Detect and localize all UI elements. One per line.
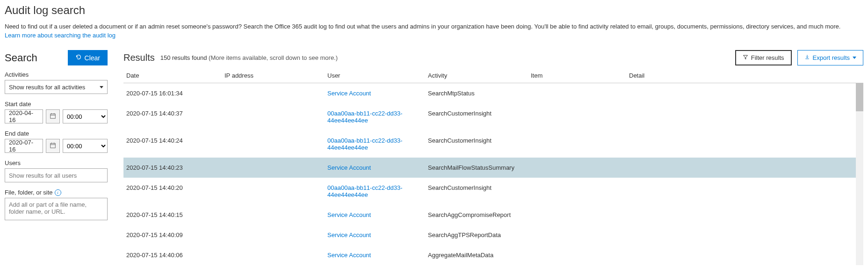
cell-item — [531, 137, 629, 151]
export-results-button[interactable]: Export results — [797, 50, 863, 65]
start-date-label: Start date — [5, 101, 108, 108]
clear-button[interactable]: Clear — [68, 50, 108, 65]
users-field[interactable] — [9, 172, 103, 179]
col-header-user[interactable]: User — [327, 72, 428, 79]
user-link[interactable]: Service Account — [327, 252, 371, 259]
cell-ip — [224, 211, 327, 218]
table-row[interactable]: 2020-07-15 14:40:15Service AccountSearch… — [123, 205, 863, 225]
cell-date: 2020-07-15 14:40:24 — [126, 137, 224, 151]
page-title: Audit log search — [5, 4, 863, 17]
svg-rect-0 — [51, 114, 56, 118]
table-row[interactable]: 2020-07-15 14:40:3700aa00aa-bb11-cc22-dd… — [123, 103, 863, 130]
export-label: Export results — [813, 54, 850, 61]
table-row[interactable]: 2020-07-15 14:40:09Service AccountSearch… — [123, 225, 863, 245]
start-date-calendar-button[interactable] — [46, 109, 60, 123]
cell-date: 2020-07-15 14:40:37 — [126, 110, 224, 124]
user-link[interactable]: 00aa00aa-bb11-cc22-dd33-44ee44ee44ee — [327, 137, 402, 151]
cell-activity: SearchAggCompromiseReport — [428, 211, 531, 218]
activities-select[interactable]: Show results for all activities — [5, 80, 108, 94]
cell-activity: SearchCustomerInsight — [428, 184, 531, 198]
table-header: Date IP address User Activity Item Detai… — [123, 72, 863, 83]
start-time-select[interactable]: 00:00 — [63, 109, 108, 123]
activities-selected: Show results for all activities — [9, 84, 85, 91]
user-link[interactable]: 00aa00aa-bb11-cc22-dd33-44ee44ee44ee — [327, 184, 402, 198]
cell-user: 00aa00aa-bb11-cc22-dd33-44ee44ee44ee — [327, 110, 428, 124]
cell-user: Service Account — [327, 252, 428, 259]
undo-icon — [75, 54, 82, 62]
table-row[interactable]: 2020-07-15 14:40:2000aa00aa-bb11-cc22-dd… — [123, 178, 863, 205]
cell-user: Service Account — [327, 90, 428, 97]
start-date-value: 2020-04-16 — [9, 109, 39, 123]
cell-date: 2020-07-15 14:40:15 — [126, 211, 224, 218]
end-date-input[interactable]: 2020-07-16 — [5, 139, 43, 153]
chevron-down-icon — [853, 57, 856, 59]
calendar-icon — [50, 113, 56, 121]
filter-results-button[interactable]: Filter results — [735, 50, 792, 65]
table-row[interactable]: 2020-07-15 14:40:2400aa00aa-bb11-cc22-dd… — [123, 130, 863, 158]
col-header-item[interactable]: Item — [531, 72, 629, 79]
col-header-ip[interactable]: IP address — [224, 72, 327, 79]
cell-ip — [224, 184, 327, 198]
download-icon — [804, 54, 810, 61]
scrollbar-thumb[interactable] — [856, 83, 863, 111]
cell-date: 2020-07-15 16:01:34 — [126, 90, 224, 97]
user-link[interactable]: Service Account — [327, 211, 371, 218]
cell-activity: SearchCustomerInsight — [428, 110, 531, 124]
filter-label: Filter results — [751, 54, 784, 61]
col-header-activity[interactable]: Activity — [428, 72, 531, 79]
chevron-down-icon — [100, 86, 103, 88]
clear-label: Clear — [85, 54, 100, 62]
scrollbar-track[interactable] — [856, 83, 863, 265]
learn-more-link[interactable]: Learn more about searching the audit log — [5, 32, 116, 39]
cell-ip — [224, 137, 327, 151]
cell-item — [531, 211, 629, 218]
table-row[interactable]: 2020-07-15 16:01:34Service AccountSearch… — [123, 83, 863, 103]
cell-activity: SearchAggTPSReportData — [428, 231, 531, 238]
cell-detail — [629, 184, 861, 198]
cell-ip — [224, 164, 327, 171]
cell-user: Service Account — [327, 211, 428, 218]
cell-user: Service Account — [327, 231, 428, 238]
cell-detail — [629, 252, 861, 259]
cell-detail — [629, 90, 861, 97]
col-header-detail[interactable]: Detail — [629, 72, 861, 79]
cell-date: 2020-07-15 14:40:20 — [126, 184, 224, 198]
cell-activity: SearchCustomerInsight — [428, 137, 531, 151]
table-row[interactable]: 2020-07-15 14:40:06Service AccountAggreg… — [123, 245, 863, 265]
cell-detail — [629, 211, 861, 218]
start-date-input[interactable]: 2020-04-16 — [5, 109, 43, 123]
cell-date: 2020-07-15 14:40:09 — [126, 231, 224, 238]
cell-item — [531, 110, 629, 124]
intro-text: Need to find out if a user deleted a doc… — [5, 23, 840, 30]
search-sidebar: Search Clear Activities Show results for… — [5, 50, 117, 265]
user-link[interactable]: Service Account — [327, 164, 371, 171]
users-input[interactable] — [5, 168, 108, 182]
cell-item — [531, 252, 629, 259]
col-header-date[interactable]: Date — [126, 72, 224, 79]
user-link[interactable]: Service Account — [327, 231, 371, 238]
user-link[interactable]: Service Account — [327, 90, 371, 97]
info-icon[interactable]: i — [55, 189, 61, 196]
file-label-text: File, folder, or site — [5, 189, 53, 196]
cell-date: 2020-07-15 14:40:06 — [126, 252, 224, 259]
cell-detail — [629, 110, 861, 124]
cell-ip — [224, 110, 327, 124]
cell-item — [531, 184, 629, 198]
results-heading: Results — [123, 52, 155, 63]
cell-user: 00aa00aa-bb11-cc22-dd33-44ee44ee44ee — [327, 137, 428, 151]
cell-item — [531, 231, 629, 238]
file-input[interactable] — [5, 198, 108, 220]
results-hint: (More items available, scroll down to se… — [209, 54, 338, 61]
table-row[interactable]: 2020-07-15 14:40:23Service AccountSearch… — [123, 158, 863, 178]
cell-item — [531, 90, 629, 97]
intro-block: Need to find out if a user deleted a doc… — [5, 22, 863, 39]
end-time-select[interactable]: 00:00 — [63, 139, 108, 153]
svg-rect-4 — [51, 143, 56, 148]
end-date-calendar-button[interactable] — [46, 139, 60, 153]
cell-detail — [629, 231, 861, 238]
results-table: Date IP address User Activity Item Detai… — [123, 72, 863, 265]
user-link[interactable]: 00aa00aa-bb11-cc22-dd33-44ee44ee44ee — [327, 110, 402, 124]
cell-item — [531, 164, 629, 171]
cell-activity: SearchMailFlowStatusSummary — [428, 164, 531, 171]
filter-icon — [743, 54, 748, 61]
